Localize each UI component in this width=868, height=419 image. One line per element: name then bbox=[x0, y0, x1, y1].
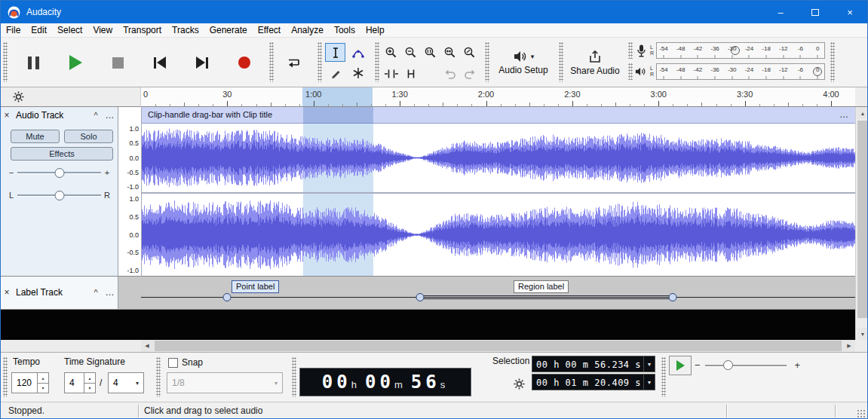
selection-end-caret-icon[interactable]: ▾ bbox=[643, 375, 655, 390]
zoom-in-button[interactable] bbox=[381, 43, 401, 62]
horizontal-scrollbar[interactable]: ◀ ▶ bbox=[141, 340, 855, 352]
label-track-close-icon[interactable]: × bbox=[1, 287, 13, 298]
label-track-name[interactable]: Label Track bbox=[13, 287, 89, 298]
skip-to-end-button[interactable] bbox=[185, 45, 219, 80]
waveform-channel-2[interactable] bbox=[142, 194, 856, 276]
tempo-value[interactable]: 120 bbox=[12, 373, 37, 393]
label-track-area[interactable]: Point label Region label bbox=[118, 277, 855, 310]
meter-end-grip[interactable] bbox=[830, 42, 835, 82]
transport-toolbar-grip[interactable] bbox=[3, 42, 8, 82]
pan-slider[interactable] bbox=[16, 188, 103, 202]
waveform-channel-1[interactable] bbox=[142, 124, 856, 192]
menu-analyze[interactable]: Analyze bbox=[286, 24, 329, 36]
redo-button[interactable] bbox=[459, 64, 480, 83]
clip-header-drag-bar[interactable]: Clip-handle drag-bar with Clip title … bbox=[142, 107, 855, 124]
region-end-marker[interactable] bbox=[669, 293, 677, 301]
playback-speed-slider[interactable]: − + bbox=[695, 356, 800, 375]
zoom-out-button[interactable] bbox=[400, 43, 421, 62]
selection-settings-button[interactable] bbox=[511, 375, 527, 392]
vertical-scale-ruler[interactable]: 1.00.50.0-0.5-1.0 1.00.50.0-0.5-1.0 bbox=[118, 107, 141, 277]
share-audio-grip[interactable] bbox=[559, 42, 563, 82]
skip-to-start-button[interactable] bbox=[143, 45, 177, 80]
multi-tool-button[interactable] bbox=[348, 63, 368, 82]
tempo-spin-down-icon[interactable]: ▾ bbox=[38, 383, 48, 393]
selection-end-field[interactable]: 00 h 01 m 20.409 s ▾ bbox=[532, 374, 655, 390]
time-signature-upper-value[interactable]: 4 bbox=[65, 373, 84, 393]
mute-button[interactable]: Mute bbox=[11, 130, 60, 143]
tempo-spin-up-icon[interactable]: ▴ bbox=[38, 373, 48, 383]
zoom-fit-button[interactable] bbox=[440, 43, 460, 62]
region-label-bar[interactable] bbox=[423, 295, 670, 299]
selection-tool-button[interactable] bbox=[325, 43, 345, 62]
menu-tracks[interactable]: Tracks bbox=[167, 24, 204, 36]
record-button[interactable] bbox=[227, 45, 262, 80]
playback-meter[interactable]: -54-48-42-36-30-24-18-12-60 bbox=[656, 63, 825, 80]
loop-toolbar-grip[interactable] bbox=[269, 42, 274, 82]
scroll-up-icon[interactable]: ▲ bbox=[857, 107, 868, 119]
menu-effect[interactable]: Effect bbox=[253, 24, 286, 36]
time-signature-lower-select[interactable]: 4 ▾ bbox=[108, 372, 144, 393]
audio-track-close-icon[interactable]: × bbox=[1, 110, 13, 121]
timesig-spin-down-icon[interactable]: ▾ bbox=[84, 383, 95, 393]
menu-select[interactable]: Select bbox=[52, 24, 87, 36]
playback-meter-grip[interactable] bbox=[628, 63, 633, 80]
time-signature-grip[interactable] bbox=[3, 357, 8, 397]
selection-start-field[interactable]: 00 h 00 m 56.234 s ▾ bbox=[532, 356, 655, 372]
gain-slider-thumb[interactable] bbox=[54, 168, 64, 178]
audio-setup-button[interactable]: ▾ Audio Setup bbox=[491, 41, 556, 84]
scroll-down-icon[interactable]: ▼ bbox=[857, 328, 868, 340]
maximize-button[interactable] bbox=[798, 1, 833, 23]
zoom-toggle-button[interactable] bbox=[459, 43, 480, 62]
timeline-ruler[interactable]: 0301:001:302:002:303:003:304:00 bbox=[141, 87, 855, 107]
draw-tool-button[interactable] bbox=[325, 63, 345, 82]
play-button[interactable] bbox=[58, 45, 93, 80]
scroll-left-icon[interactable]: ◀ bbox=[141, 340, 153, 352]
point-label[interactable]: Point label bbox=[232, 280, 279, 293]
envelope-tool-button[interactable] bbox=[348, 43, 368, 62]
resize-grip[interactable] bbox=[857, 409, 866, 419]
pan-slider-thumb[interactable] bbox=[54, 191, 64, 200]
edit-toolbar-grip[interactable] bbox=[375, 42, 379, 82]
vertical-scrollbar[interactable]: ▲ ▼ bbox=[855, 107, 868, 340]
zoom-selection-button[interactable] bbox=[420, 43, 440, 62]
loop-button[interactable] bbox=[277, 45, 311, 80]
play-at-speed-grip[interactable] bbox=[661, 357, 666, 397]
time-digits[interactable]: 56 bbox=[411, 372, 440, 393]
tools-toolbar-grip[interactable] bbox=[317, 42, 322, 82]
menu-file[interactable]: File bbox=[1, 24, 26, 36]
effects-button[interactable]: Effects bbox=[11, 147, 113, 161]
undo-button[interactable] bbox=[440, 64, 460, 83]
audio-setup-grip[interactable] bbox=[485, 42, 489, 82]
recording-meter-grip[interactable] bbox=[628, 42, 633, 59]
timeline-options-button[interactable] bbox=[8, 89, 28, 105]
stop-button[interactable] bbox=[100, 45, 135, 80]
time-digits[interactable]: 00 bbox=[365, 372, 394, 393]
audio-track-name[interactable]: Audio Track bbox=[13, 110, 89, 121]
audio-clip[interactable]: Clip-handle drag-bar with Clip title … bbox=[141, 107, 855, 277]
tempo-input[interactable]: 120 ▴ ▾ bbox=[11, 372, 49, 393]
snap-grip[interactable] bbox=[156, 357, 161, 397]
region-label[interactable]: Region label bbox=[514, 280, 569, 293]
time-toolbar-grip[interactable] bbox=[292, 357, 296, 397]
silence-audio-button[interactable] bbox=[400, 64, 421, 83]
horizontal-scroll-thumb[interactable] bbox=[155, 341, 842, 351]
audio-track-panel[interactable]: × Audio Track ^ … Mute Solo Effects − + … bbox=[1, 107, 118, 277]
selection-start-value[interactable]: 00 h 00 m 56.234 s bbox=[532, 356, 643, 372]
timesig-spin-up-icon[interactable]: ▴ bbox=[84, 373, 95, 383]
scroll-right-icon[interactable]: ▶ bbox=[843, 340, 855, 352]
selection-start-caret-icon[interactable]: ▾ bbox=[643, 356, 655, 372]
snap-select[interactable]: 1/8 ▾ bbox=[167, 372, 283, 393]
menu-tools[interactable]: Tools bbox=[329, 24, 360, 36]
gain-slider[interactable] bbox=[16, 166, 103, 179]
pause-button[interactable] bbox=[16, 45, 51, 80]
label-track-panel[interactable]: × Label Track ^ … bbox=[1, 277, 118, 310]
clip-menu-icon[interactable]: … bbox=[839, 107, 849, 123]
trim-audio-button[interactable] bbox=[381, 64, 401, 83]
audio-position-display[interactable]: 00h00m56s bbox=[299, 368, 471, 396]
close-button[interactable]: × bbox=[833, 1, 867, 23]
menu-view[interactable]: View bbox=[87, 24, 118, 36]
time-digits[interactable]: 00 bbox=[322, 372, 351, 393]
label-track-menu-icon[interactable]: … bbox=[103, 287, 118, 298]
speed-slider-track[interactable] bbox=[705, 365, 787, 366]
point-label-marker[interactable] bbox=[223, 293, 232, 301]
